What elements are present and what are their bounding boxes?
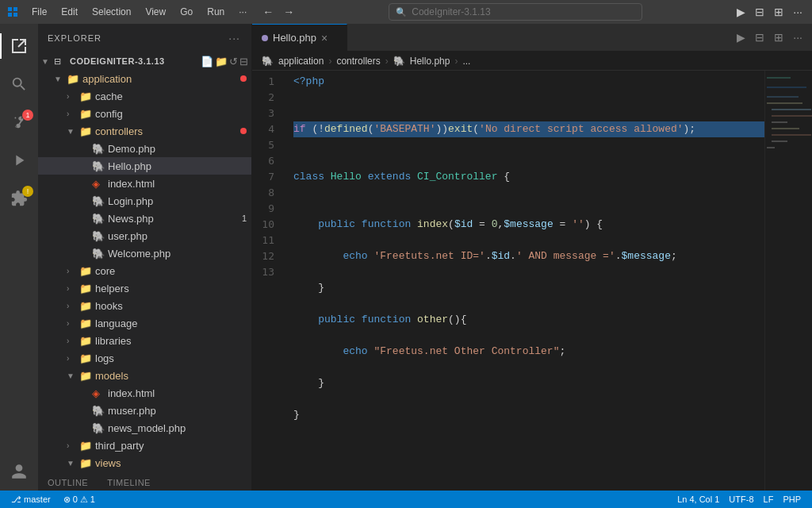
menu-edit[interactable]: Edit	[55, 5, 84, 19]
tree-item-models[interactable]: ▼ 📁 models	[38, 367, 251, 384]
tree-item-config[interactable]: › 📁 config	[38, 105, 251, 122]
line-num-3: 3	[259, 106, 274, 121]
libraries-chevron: ›	[67, 337, 79, 345]
tree-item-news-model-php[interactable]: › 🐘 news_model.php	[38, 419, 251, 437]
demo-file-icon: 🐘	[92, 143, 105, 155]
tree-item-application[interactable]: ▼ 📁 application	[38, 70, 251, 87]
error-icon: ⊗	[63, 495, 71, 505]
menu-go[interactable]: Go	[174, 5, 199, 19]
error-count: 0	[73, 495, 78, 504]
code-line-8: echo 'Freetuts.net ID='.$id.' AND messag…	[293, 248, 764, 264]
welcome-label: Welcome.php	[108, 248, 170, 260]
menu-more[interactable]: ···	[232, 5, 253, 19]
tree-item-muser-php[interactable]: › 🐘 muser.php	[38, 402, 251, 419]
controllers-dot	[240, 128, 247, 134]
more-btn[interactable]: ···	[790, 6, 806, 18]
layout-change-btn[interactable]: ⊞	[771, 31, 787, 44]
split-editor-btn[interactable]: ⊟	[752, 6, 768, 18]
line-num-13: 13	[259, 264, 274, 280]
menu-file[interactable]: File	[25, 5, 53, 19]
logs-folder-icon: 📁	[79, 352, 92, 364]
tree-item-controllers[interactable]: ▼ 📁 controllers	[38, 122, 251, 140]
run-editor-btn[interactable]: ▶	[733, 31, 749, 44]
svg-rect-12	[772, 134, 811, 136]
helpers-label: helpers	[95, 283, 129, 294]
activity-extensions[interactable]: !	[0, 179, 38, 217]
tree-item-views[interactable]: ▼ 📁 views	[38, 454, 251, 471]
code-content[interactable]: <?php if (!defined('BASEPATH'))exit('No …	[284, 71, 764, 491]
outline-section[interactable]: OUTLINE	[38, 476, 98, 489]
breadcrumb-more[interactable]: ...	[462, 56, 470, 67]
collapse-icon[interactable]: ⊟	[239, 56, 248, 67]
login-file-icon: 🐘	[92, 195, 105, 207]
tree-item-language[interactable]: › 📁 language	[38, 314, 251, 332]
cache-label: cache	[95, 90, 123, 102]
activity-search[interactable]	[0, 65, 38, 103]
status-line-ending[interactable]: LF	[759, 495, 779, 504]
line-num-7: 7	[259, 169, 274, 185]
svg-rect-1	[13, 7, 17, 11]
activity-source-control[interactable]: 1	[0, 103, 38, 141]
tree-item-core[interactable]: › 📁 core	[38, 262, 251, 279]
layout-btn[interactable]: ⊞	[771, 6, 787, 18]
nav-forward-btn[interactable]: →	[280, 6, 297, 18]
breadcrumb-sep1: ›	[328, 56, 331, 67]
language-folder-icon: 📁	[79, 318, 92, 329]
new-file-icon[interactable]: 📄	[201, 56, 213, 67]
application-folder-icon: 📁	[67, 73, 79, 85]
tree-item-logs[interactable]: › 📁 logs	[38, 349, 251, 367]
code-line-10: public function other(){	[293, 312, 764, 328]
application-dot	[240, 75, 247, 82]
refresh-icon[interactable]: ↺	[229, 56, 238, 67]
run-button[interactable]: ▶	[733, 6, 749, 18]
tree-item-user-php[interactable]: › 🐘 user.php	[38, 227, 251, 244]
root-icon: ⊟	[54, 56, 67, 67]
breadcrumb-file-icon: 🐘	[393, 56, 405, 67]
user-label: user.php	[108, 230, 147, 242]
header-more-btn[interactable]: ···	[227, 30, 242, 46]
activity-run[interactable]	[0, 141, 38, 179]
tree-item-welcome-php[interactable]: › 🐘 Welcome.php	[38, 244, 251, 262]
tab-hello-php[interactable]: Hello.php ×	[252, 24, 347, 52]
activity-explorer[interactable]	[0, 27, 38, 65]
tree-item-news-php[interactable]: › 🐘 News.php 1	[38, 210, 251, 227]
nav-back-btn[interactable]: ←	[259, 6, 277, 18]
breadcrumb-application[interactable]: application	[278, 56, 324, 67]
tree-item-hello-php[interactable]: › 🐘 Hello.php	[38, 157, 251, 175]
status-errors[interactable]: ⊗ 0 ⚠ 1	[59, 495, 100, 505]
tree-item-models-index[interactable]: › ◈ index.html	[38, 384, 251, 402]
menu-view[interactable]: View	[139, 5, 172, 19]
tree-item-login-php[interactable]: › 🐘 Login.php	[38, 192, 251, 210]
tree-item-helpers[interactable]: › 📁 helpers	[38, 279, 251, 297]
menu-run[interactable]: Run	[201, 5, 231, 19]
tree-item-cache[interactable]: › 📁 cache	[38, 87, 251, 105]
bottom-panels: OUTLINE TIMELINE	[38, 475, 251, 491]
menu-selection[interactable]: Selection	[86, 5, 137, 19]
line-numbers: 1 2 3 4 5 6 7 8 9 10 11 12 13	[252, 71, 284, 491]
svg-rect-9	[772, 115, 812, 117]
tree-item-hooks[interactable]: › 📁 hooks	[38, 297, 251, 314]
tree-item-index-html[interactable]: › ◈ index.html	[38, 175, 251, 192]
code-line-11: echo "Freetus.net Other Controller";	[293, 344, 764, 360]
split-view-btn[interactable]: ⊟	[752, 31, 768, 44]
status-cursor[interactable]: Ln 4, Col 1	[672, 495, 724, 504]
search-input[interactable]	[412, 6, 635, 17]
activity-accounts[interactable]	[0, 452, 38, 491]
svg-rect-3	[13, 13, 17, 17]
search-bar[interactable]: 🔍	[389, 3, 642, 21]
breadcrumb-controllers[interactable]: controllers	[336, 56, 380, 67]
tree-item-libraries[interactable]: › 📁 libraries	[38, 332, 251, 349]
tree-item-demo-php[interactable]: › 🐘 Demo.php	[38, 140, 251, 157]
tree-item-third-party[interactable]: › 📁 third_party	[38, 437, 251, 454]
new-folder-icon[interactable]: 📁	[215, 56, 228, 67]
models-folder-icon: 📁	[79, 370, 92, 382]
tab-close-btn[interactable]: ×	[321, 32, 327, 44]
status-language[interactable]: PHP	[778, 495, 806, 504]
editor-more-btn[interactable]: ···	[790, 31, 806, 44]
helpers-folder-icon: 📁	[79, 283, 92, 294]
timeline-section[interactable]: TIMELINE	[98, 476, 160, 489]
status-branch[interactable]: ⎇ master	[6, 495, 56, 505]
status-encoding[interactable]: UTF-8	[724, 495, 758, 504]
breadcrumb-file[interactable]: Hello.php	[410, 56, 450, 67]
tree-root[interactable]: ▼ ⊟ CODEIGNITER-3.1.13 📄 📁 ↺ ⊟	[38, 52, 251, 70]
